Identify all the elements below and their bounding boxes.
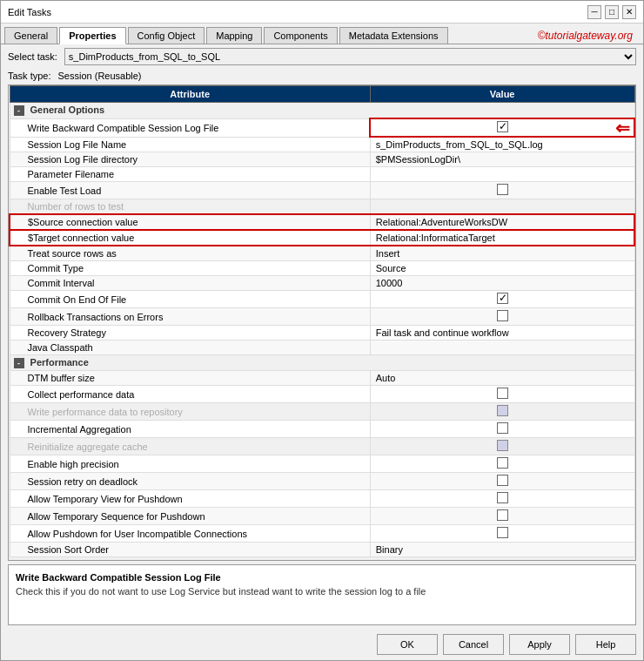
task-type-bar: Task type: Session (Reusable)	[1, 69, 643, 84]
attr-session-log-name: Session Log File Name	[10, 137, 370, 152]
checkbox-session-retry-deadlock[interactable]	[497, 475, 508, 486]
val-enable-high-precision	[370, 455, 634, 473]
tab-components[interactable]: Components	[264, 27, 337, 44]
val-num-rows-test	[370, 199, 634, 215]
val-collect-perf-data	[370, 386, 634, 403]
properties-table-container[interactable]: Attribute Value - General Options Writ	[8, 84, 636, 561]
maximize-button[interactable]: □	[605, 5, 619, 19]
attr-num-rows-test: Number of rows to test	[10, 199, 370, 215]
watermark: ©tutorialgateway.org	[538, 30, 640, 44]
cancel-button[interactable]: Cancel	[443, 634, 504, 655]
tab-config-object[interactable]: Config Object	[128, 27, 205, 44]
section-perf-expand-icon: -	[14, 358, 24, 368]
section-general-label: General Options	[30, 105, 105, 115]
col-attribute: Attribute	[10, 86, 370, 103]
section-performance: - Performance	[10, 355, 634, 371]
tab-properties[interactable]: Properties	[59, 27, 125, 44]
val-commit-type: Source	[370, 261, 634, 276]
row-session-retry-deadlock: Session retry on deadlock	[10, 473, 634, 490]
tab-metadata-extensions[interactable]: Metadata Extensions	[339, 27, 448, 44]
val-param-filename	[370, 167, 634, 182]
val-commit-interval: 10000	[370, 276, 634, 291]
val-write-perf-data	[370, 403, 634, 421]
help-button[interactable]: Help	[575, 634, 636, 655]
row-commit-interval: Commit Interval 10000	[10, 276, 634, 291]
val-allow-temp-seq	[370, 508, 634, 525]
select-task-label: Select task:	[8, 51, 57, 62]
row-commit-type: Commit Type Source	[10, 261, 634, 276]
val-treat-source-rows: Insert	[370, 246, 634, 261]
row-session-sort-order: Session Sort Order Binary	[10, 543, 634, 557]
row-incremental-aggregation: Incremental Aggregation	[10, 421, 634, 438]
val-reinitialize-agg-cache	[370, 438, 634, 455]
val-recovery-strategy: Fail task and continue workflow	[370, 326, 634, 341]
row-write-perf-data: Write performance data to repository	[10, 403, 634, 421]
val-allow-pushdown-incompatible	[370, 525, 634, 543]
checkbox-write-perf-data	[497, 405, 508, 416]
row-commit-on-eof: Commit On End Of File	[10, 291, 634, 308]
checkbox-allow-temp-view[interactable]	[497, 492, 508, 503]
description-title: Write Backward Compatible Session Log Fi…	[16, 572, 628, 583]
checkbox-collect-perf-data[interactable]	[497, 388, 508, 399]
checkbox-allow-pushdown-incompatible[interactable]	[497, 527, 508, 538]
attr-incremental-aggregation: Incremental Aggregation	[10, 421, 370, 438]
apply-button[interactable]: Apply	[509, 634, 570, 655]
val-write-backward: ⇐	[370, 118, 634, 137]
attr-session-log-dir: Session Log File directory	[10, 152, 370, 167]
row-write-backward: Write Backward Compatible Session Log Fi…	[10, 118, 634, 137]
val-session-retry-deadlock	[370, 473, 634, 490]
row-source-connection: $Source connection value Relational:Adve…	[10, 214, 634, 230]
attr-enable-high-precision: Enable high precision	[10, 455, 370, 473]
checkbox-enable-high-precision[interactable]	[497, 457, 508, 469]
val-incremental-aggregation	[370, 421, 634, 438]
row-allow-temp-seq: Allow Temporary Sequence for Pushdown	[10, 508, 634, 525]
val-java-classpath	[370, 341, 634, 355]
checkbox-incremental-aggregation[interactable]	[497, 422, 508, 434]
checkbox-rollback-transactions[interactable]	[497, 310, 508, 321]
attr-reinitialize-agg-cache: Reinitialize aggregate cache	[10, 438, 370, 455]
attr-dtm-buffer: DTM buffer size	[10, 371, 370, 386]
val-commit-on-eof	[370, 291, 634, 308]
minimize-button[interactable]: ─	[587, 5, 601, 19]
attr-session-sort-order: Session Sort Order	[10, 543, 370, 557]
task-select[interactable]: s_DimProducts_from_SQL_to_SQL	[64, 48, 636, 65]
attr-param-filename: Parameter Filename	[10, 167, 370, 182]
description-text: Check this if you do not want to use Log…	[16, 586, 628, 597]
checkbox-enable-test-load[interactable]	[497, 184, 508, 195]
properties-content: Attribute Value - General Options Writ	[8, 84, 636, 561]
row-enable-test-load: Enable Test Load	[10, 182, 634, 199]
attr-commit-type: Commit Type	[10, 261, 370, 276]
title-controls: ─ □ ✕	[587, 5, 636, 19]
checkbox-commit-on-eof[interactable]	[497, 293, 508, 304]
tab-general[interactable]: General	[4, 27, 57, 44]
attr-enable-test-load: Enable Test Load	[10, 182, 370, 199]
attr-rollback-transactions: Rollback Transactions on Errors	[10, 308, 370, 326]
attr-write-backward: Write Backward Compatible Session Log Fi…	[10, 118, 370, 137]
row-java-classpath: Java Classpath	[10, 341, 634, 355]
properties-table: Attribute Value - General Options Writ	[9, 85, 635, 557]
row-treat-source-rows: Treat source rows as Insert	[10, 246, 634, 261]
task-type-value: Session (Reusable)	[58, 71, 142, 81]
ok-button[interactable]: OK	[377, 634, 438, 655]
val-session-sort-order: Binary	[370, 543, 634, 557]
val-enable-test-load	[370, 182, 634, 199]
checkbox-allow-temp-seq[interactable]	[497, 509, 508, 521]
row-dtm-buffer: DTM buffer size Auto	[10, 371, 634, 386]
val-session-log-dir: $PMSessionLogDir\	[370, 152, 634, 167]
tab-mapping[interactable]: Mapping	[206, 27, 262, 44]
task-type-label: Task type:	[8, 71, 51, 81]
attr-target-connection: $Target connection value	[10, 230, 370, 246]
col-value: Value	[370, 86, 634, 103]
val-dtm-buffer: Auto	[370, 371, 634, 386]
attr-commit-on-eof: Commit On End Of File	[10, 291, 370, 308]
close-button[interactable]: ✕	[622, 5, 636, 19]
attr-java-classpath: Java Classpath	[10, 341, 370, 355]
attr-collect-perf-data: Collect performance data	[10, 386, 370, 403]
select-task-bar: Select task: s_DimProducts_from_SQL_to_S…	[1, 44, 643, 69]
checkbox-write-backward[interactable]	[497, 121, 508, 132]
title-bar: Edit Tasks ─ □ ✕	[1, 1, 643, 24]
attr-write-perf-data: Write performance data to repository	[10, 403, 370, 421]
val-session-log-name: s_DimProducts_from_SQL_to_SQL.log	[370, 137, 634, 152]
val-allow-temp-view	[370, 490, 634, 508]
row-target-connection: $Target connection value Relational:Info…	[10, 230, 634, 246]
